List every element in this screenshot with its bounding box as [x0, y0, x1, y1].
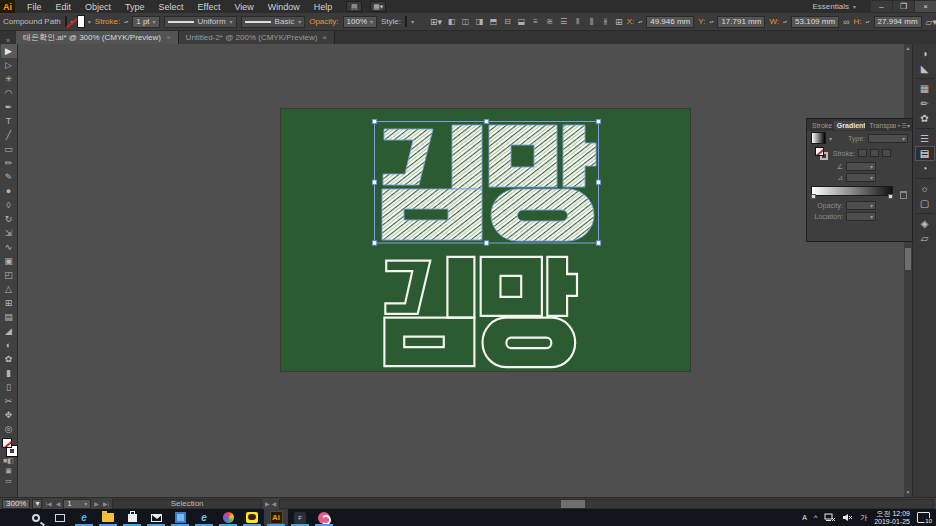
- ime-a-indicator[interactable]: A: [802, 514, 807, 521]
- width-tool[interactable]: ∿: [1, 240, 17, 254]
- reference-point-icon[interactable]: ⊞: [615, 17, 623, 27]
- distribute-bottom-icon[interactable]: ☰: [558, 17, 569, 27]
- tab-close-icon[interactable]: ×: [322, 33, 327, 42]
- align-bottom-icon[interactable]: ⬓: [516, 17, 527, 27]
- gradient-type-dropdown[interactable]: ▾: [868, 134, 908, 143]
- symbol-sprayer-tool[interactable]: ✿: [1, 352, 17, 366]
- stroke-gradient-within-button[interactable]: [858, 149, 867, 157]
- distribute-right-icon[interactable]: ⫵: [600, 17, 611, 27]
- w-stepper[interactable]: ▴▾: [783, 20, 787, 24]
- taskbar-photos[interactable]: [168, 509, 192, 526]
- menu-view[interactable]: View: [228, 1, 259, 13]
- arrange-documents-button[interactable]: ▦▾: [370, 1, 386, 12]
- taskbar-paint[interactable]: [216, 509, 240, 526]
- style-chevron-icon[interactable]: ▾: [411, 18, 414, 25]
- artboard-number-field[interactable]: 1▾: [63, 499, 91, 509]
- panel-menu-icon[interactable]: ☰▾: [902, 122, 910, 129]
- eraser-tool[interactable]: ◊: [1, 198, 17, 212]
- distribute-left-icon[interactable]: ⫴: [572, 17, 583, 27]
- taskbar-search[interactable]: [24, 509, 48, 526]
- next-artboard-button[interactable]: ▶: [93, 500, 100, 507]
- close-button[interactable]: ×: [915, 1, 936, 12]
- taskbar-mail[interactable]: [144, 509, 168, 526]
- scroll-down-icon[interactable]: ▼: [904, 488, 912, 497]
- dock-graphic-styles-panel[interactable]: ▢: [915, 196, 935, 211]
- type-tool[interactable]: T: [1, 114, 17, 128]
- delete-stop-icon[interactable]: [900, 191, 907, 199]
- distribute-top-icon[interactable]: ≡: [530, 17, 541, 27]
- stroke-swatch[interactable]: [78, 16, 84, 27]
- gradient-tool[interactable]: ▤: [1, 310, 17, 324]
- screen-mode-button[interactable]: ▭: [1, 476, 17, 486]
- vertical-scrollbar[interactable]: ▲ ▼: [904, 44, 912, 497]
- bridge-button[interactable]: ▤: [346, 1, 362, 12]
- eyedropper-tool[interactable]: ◢: [1, 324, 17, 338]
- taskbar-task-view[interactable]: [48, 509, 72, 526]
- menu-type[interactable]: Type: [119, 1, 151, 13]
- shape-builder-tool[interactable]: ◰: [1, 268, 17, 282]
- taskbar-fox-app[interactable]: F: [288, 509, 312, 526]
- align-right-icon[interactable]: ◨: [474, 17, 485, 27]
- taskbar-pink-app[interactable]: [312, 509, 336, 526]
- blob-brush-tool[interactable]: ●: [1, 184, 17, 198]
- menu-edit[interactable]: Edit: [50, 1, 78, 13]
- gradient-swatch[interactable]: [811, 132, 826, 144]
- taskbar-start[interactable]: [0, 509, 24, 526]
- dock-artboards-panel[interactable]: ▱: [915, 231, 935, 246]
- align-left-icon[interactable]: ◧: [446, 17, 457, 27]
- document-tab-1[interactable]: 태온확인.ai* @ 300% (CMYK/Preview)×: [16, 31, 179, 44]
- link-dimensions-icon[interactable]: ∞: [843, 17, 849, 27]
- slice-tool[interactable]: ✂: [1, 394, 17, 408]
- line-segment-tool[interactable]: ╱: [1, 128, 17, 142]
- last-artboard-button[interactable]: ▶|: [102, 500, 110, 507]
- direct-selection-tool[interactable]: ▷: [1, 58, 17, 72]
- location-dropdown[interactable]: ▾: [846, 212, 876, 221]
- stroke-weight-label[interactable]: Stroke:: [95, 17, 120, 26]
- clock[interactable]: 오전 12:09 2019-01-25: [874, 510, 910, 526]
- volume-muted-icon[interactable]: [842, 513, 853, 522]
- brush-dropdown[interactable]: Basic▾: [241, 16, 306, 28]
- document-tab-2[interactable]: Untitled-2* @ 200% (CMYK/Preview)×: [179, 31, 335, 44]
- angle-dropdown[interactable]: ▾: [846, 162, 876, 171]
- scale-tool[interactable]: ⇲: [1, 226, 17, 240]
- stroke-chevron-icon[interactable]: ▾: [88, 18, 91, 25]
- align-top-icon[interactable]: ⬒: [488, 17, 499, 27]
- tab-gradient[interactable]: Gradient: [834, 121, 865, 130]
- perspective-grid-tool[interactable]: △: [1, 282, 17, 296]
- stroke-stepper[interactable]: ▴▾: [124, 20, 128, 24]
- fill-proxy-swatch[interactable]: [2, 438, 12, 448]
- stop-opacity-dropdown[interactable]: ▾: [846, 201, 876, 210]
- vertical-scroll-thumb[interactable]: [905, 248, 911, 270]
- artboard[interactable]: [281, 109, 690, 371]
- dock-symbols-panel[interactable]: ✿: [915, 111, 935, 126]
- dock-swatches-panel[interactable]: ▦: [915, 81, 935, 96]
- align-to-dropdown[interactable]: ⊞▾: [430, 17, 442, 27]
- dock-transparency-panel[interactable]: ◔: [915, 161, 935, 176]
- dock-layers-panel[interactable]: ◈: [915, 216, 935, 231]
- shear-icon[interactable]: ▱▾: [926, 17, 936, 27]
- tab-transparency[interactable]: Transparency: [866, 121, 896, 130]
- x-field[interactable]: 49.946 mm: [646, 16, 694, 28]
- taskbar-kakaotalk[interactable]: [240, 509, 264, 526]
- fill-stroke-proxy[interactable]: [1, 438, 17, 456]
- hidden-icons-chevron[interactable]: ^: [814, 514, 817, 521]
- hand-tool[interactable]: ✥: [1, 408, 17, 422]
- selection-tool[interactable]: ▶: [1, 44, 17, 58]
- menu-effect[interactable]: Effect: [192, 1, 227, 13]
- tab-stroke[interactable]: Stroke: [809, 121, 833, 130]
- y-field[interactable]: 17.791 mm: [717, 16, 765, 28]
- horizontal-scroll-thumb[interactable]: [561, 500, 585, 508]
- menu-object[interactable]: Object: [79, 1, 117, 13]
- lasso-tool[interactable]: ◠: [1, 86, 17, 100]
- aspect-ratio-dropdown[interactable]: ▾: [846, 173, 876, 182]
- free-transform-tool[interactable]: ▣: [1, 254, 17, 268]
- zoom-tool[interactable]: ◎: [1, 422, 17, 436]
- distribute-middle-icon[interactable]: ≋: [544, 17, 555, 27]
- rotate-tool[interactable]: ↻: [1, 212, 17, 226]
- dock-color-guide-panel[interactable]: ◣: [915, 61, 935, 76]
- distribute-center-icon[interactable]: ⫼: [586, 17, 597, 27]
- canvas[interactable]: [18, 44, 904, 497]
- horizontal-scrollbar[interactable]: [279, 499, 934, 509]
- restore-button[interactable]: ❐: [893, 1, 914, 12]
- first-artboard-button[interactable]: |◀: [44, 500, 52, 507]
